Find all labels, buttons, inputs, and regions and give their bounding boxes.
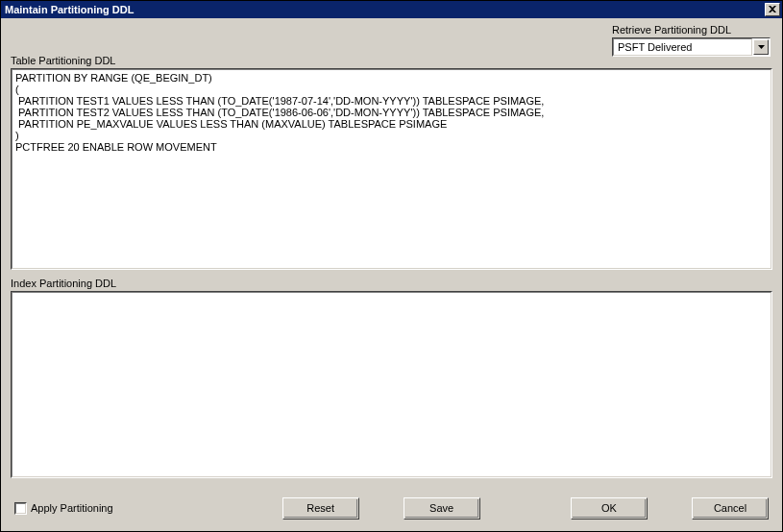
right-button-group: OK Cancel [565,497,769,520]
retrieve-dropdown-value: PSFT Delivered [613,38,752,56]
index-ddl-label: Index Partitioning DDL [11,278,772,289]
chevron-down-icon [758,45,765,49]
reset-button[interactable]: Reset [282,497,359,520]
dropdown-button[interactable] [753,39,769,55]
retrieve-dropdown[interactable]: PSFT Delivered [612,37,771,57]
index-ddl-textarea[interactable] [12,292,771,477]
close-icon [769,6,776,13]
left-button-group: Reset Save [277,497,480,520]
checkbox-box [14,502,27,515]
ok-button-label: OK [601,502,617,514]
cancel-button-label: Cancel [714,502,746,514]
window-title: Maintain Partitioning DDL [5,4,765,15]
retrieve-group: Retrieve Partitioning DDL PSFT Delivered [612,24,771,57]
ok-button[interactable]: OK [571,497,648,520]
table-ddl-field-wrap: PARTITION BY RANGE (QE_BEGIN_DT) ( PARTI… [11,68,772,270]
save-button-label: Save [429,502,453,514]
cancel-button[interactable]: Cancel [692,497,769,520]
retrieve-label: Retrieve Partitioning DDL [612,24,731,36]
table-ddl-textarea[interactable]: PARTITION BY RANGE (QE_BEGIN_DT) ( PARTI… [12,69,771,269]
apply-partitioning-checkbox[interactable]: Apply Partitioning [14,502,113,515]
save-button[interactable]: Save [404,497,480,520]
dialog-window: Maintain Partitioning DDL Retrieve Parti… [0,0,783,532]
titlebar: Maintain Partitioning DDL [1,1,782,18]
index-ddl-field-wrap [11,291,772,478]
footer-bar: Apply Partitioning Reset Save OK Cancel [11,489,772,531]
dialog-body: Retrieve Partitioning DDL PSFT Delivered… [1,18,782,531]
apply-partitioning-label: Apply Partitioning [31,502,113,514]
close-button[interactable] [765,3,780,16]
reset-button-label: Reset [306,502,334,514]
